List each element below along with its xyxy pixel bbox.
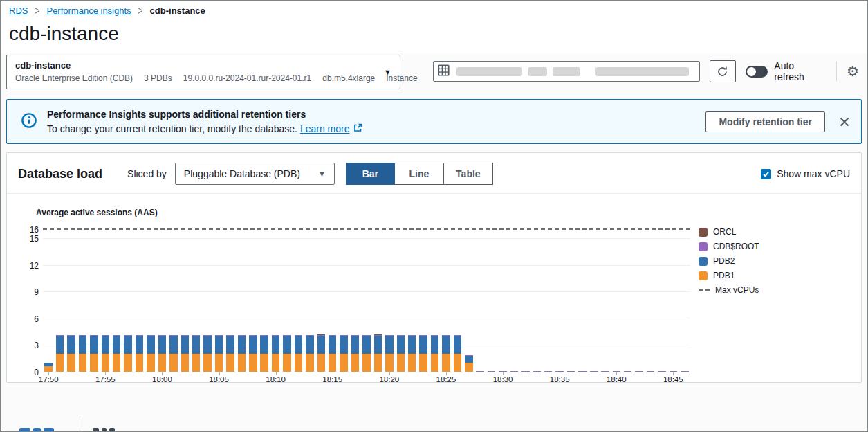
bar-segment-pdb1[interactable] (203, 354, 211, 372)
bar-segment-cdbroot[interactable] (397, 335, 405, 336)
bar-segment-pdb1[interactable] (272, 354, 279, 372)
bar-segment-cdbroot[interactable] (340, 335, 347, 336)
bar-segment-cdbroot[interactable] (147, 335, 154, 336)
bar-segment-pdb1[interactable] (67, 354, 75, 372)
bar-segment-pdb1[interactable] (147, 354, 154, 372)
bar-segment-pdb2[interactable] (442, 336, 450, 354)
bar-segment-pdb1[interactable] (238, 354, 246, 372)
legend-item-orcl[interactable]: ORCL (699, 227, 854, 237)
bar-segment-cdbroot[interactable] (476, 371, 483, 372)
bar-segment-pdb2[interactable] (397, 336, 405, 354)
bar-segment-cdbroot[interactable] (317, 335, 325, 336)
bar-segment-pdb2[interactable] (124, 336, 131, 354)
bar-segment-pdb1[interactable] (283, 354, 290, 372)
bar-segment-pdb1[interactable] (158, 354, 166, 372)
legend-item-pdb2[interactable]: PDB2 (699, 256, 854, 266)
bar-segment-pdb2[interactable] (158, 336, 166, 354)
bar-segment-pdb1[interactable] (215, 354, 223, 372)
bar-segment-pdb1[interactable] (397, 354, 405, 372)
bar-segment-cdbroot[interactable] (613, 371, 620, 372)
bar-segment-cdbroot[interactable] (226, 335, 234, 336)
bar-segment-pdb1[interactable] (295, 354, 302, 372)
bar-segment-pdb1[interactable] (136, 354, 143, 372)
bar-segment-cdbroot[interactable] (113, 335, 120, 336)
bar-segment-cdbroot[interactable] (647, 371, 654, 372)
bar-segment-pdb1[interactable] (260, 354, 268, 372)
bar-segment-pdb2[interactable] (238, 336, 246, 354)
bar-segment-cdbroot[interactable] (181, 335, 189, 336)
toggle-off-icon[interactable] (746, 66, 768, 78)
bar-segment-pdb2[interactable] (465, 356, 472, 363)
bar-segment-pdb2[interactable] (260, 336, 268, 354)
bar-segment-cdbroot[interactable] (249, 335, 257, 336)
bar-segment-pdb2[interactable] (249, 336, 257, 354)
bar-segment-cdbroot[interactable] (601, 371, 609, 372)
bar-segment-pdb1[interactable] (465, 363, 472, 372)
bar-segment-cdbroot[interactable] (658, 371, 665, 372)
bar-segment-pdb2[interactable] (295, 336, 302, 354)
bar-segment-pdb1[interactable] (408, 354, 416, 372)
bar-segment-pdb2[interactable] (147, 336, 154, 354)
bar-segment-cdbroot[interactable] (306, 335, 313, 336)
bar-segment-cdbroot[interactable] (555, 371, 563, 372)
bar-segment-cdbroot[interactable] (67, 335, 75, 336)
bar-segment-cdbroot[interactable] (635, 371, 643, 372)
bar-segment-pdb1[interactable] (192, 354, 200, 372)
bar-segment-cdbroot[interactable] (590, 371, 598, 372)
bar-segment-pdb1[interactable] (419, 354, 427, 372)
bar-segment-pdb1[interactable] (102, 354, 109, 372)
bar-segment-cdbroot[interactable] (385, 335, 393, 336)
bar-segment-pdb2[interactable] (192, 336, 200, 354)
tab-line-view[interactable]: Line (395, 163, 444, 185)
bar-segment-cdbroot[interactable] (465, 355, 472, 356)
gear-icon[interactable]: ⚙ (847, 64, 859, 78)
bar-segment-pdb1[interactable] (306, 354, 313, 372)
bar-segment-pdb1[interactable] (329, 354, 336, 372)
time-range-input[interactable] (433, 61, 700, 82)
bar-segment-cdbroot[interactable] (510, 371, 518, 372)
bar-segment-pdb1[interactable] (124, 354, 131, 372)
legend-item-cdbroot[interactable]: CDB$ROOT (699, 242, 854, 251)
bar-segment-cdbroot[interactable] (419, 335, 427, 336)
modify-retention-tier-button[interactable]: Modify retention tier (705, 111, 825, 132)
bar-segment-cdbroot[interactable] (215, 335, 223, 336)
bar-segment-cdbroot[interactable] (454, 335, 461, 336)
bar-segment-cdbroot[interactable] (238, 335, 246, 336)
bar-segment-pdb2[interactable] (136, 336, 143, 354)
close-icon[interactable] (839, 116, 850, 127)
bar-segment-pdb2[interactable] (181, 336, 189, 354)
bar-segment-cdbroot[interactable] (272, 335, 279, 336)
bar-segment-pdb1[interactable] (226, 354, 234, 372)
bar-segment-pdb2[interactable] (203, 336, 211, 354)
bar-segment-cdbroot[interactable] (362, 335, 370, 336)
bar-segment-cdbroot[interactable] (192, 335, 200, 336)
bar-segment-cdbroot[interactable] (408, 335, 416, 336)
bar-segment-pdb1[interactable] (317, 354, 325, 372)
bar-segment-cdbroot[interactable] (79, 335, 86, 336)
bar-segment-pdb1[interactable] (351, 354, 359, 372)
bar-segment-pdb2[interactable] (102, 336, 109, 354)
bar-segment-pdb2[interactable] (419, 336, 427, 354)
checkbox-checked-icon[interactable] (761, 169, 771, 179)
show-max-vcpu-checkbox-row[interactable]: Show max vCPU (761, 168, 850, 179)
bar-segment-pdb2[interactable] (317, 336, 325, 354)
bar-segment-cdbroot[interactable] (533, 371, 541, 372)
bar-segment-pdb1[interactable] (442, 354, 450, 372)
bar-segment-cdbroot[interactable] (283, 335, 290, 336)
bar-segment-pdb2[interactable] (113, 336, 120, 354)
bar-segment-pdb1[interactable] (374, 354, 382, 372)
bar-segment-cdbroot[interactable] (90, 335, 98, 336)
bar-segment-orcl[interactable] (317, 334, 325, 335)
bar-segment-pdb1[interactable] (90, 354, 98, 372)
bar-segment-cdbroot[interactable] (521, 371, 529, 372)
legend-item-maxvcpus[interactable]: Max vCPUs (699, 285, 854, 295)
bar-segment-pdb1[interactable] (113, 354, 120, 372)
bar-segment-pdb2[interactable] (56, 336, 64, 354)
bar-segment-pdb2[interactable] (79, 336, 86, 354)
bar-segment-cdbroot[interactable] (567, 371, 575, 372)
bar-segment-cdbroot[interactable] (351, 335, 359, 336)
bar-segment-pdb1[interactable] (385, 354, 393, 372)
bar-segment-cdbroot[interactable] (329, 335, 336, 336)
bar-segment-pdb2[interactable] (226, 336, 234, 354)
bar-segment-cdbroot[interactable] (102, 335, 109, 336)
